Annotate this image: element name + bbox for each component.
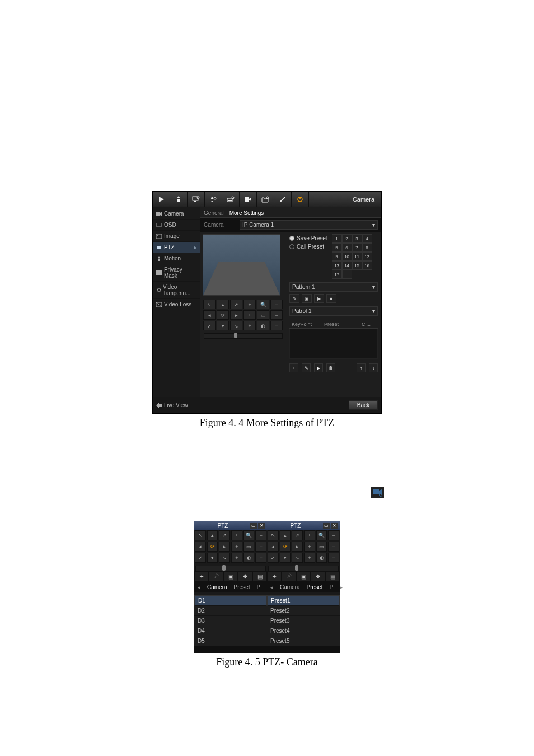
tools-icon[interactable] (274, 192, 292, 207)
wiper-icon[interactable]: ☄ (282, 571, 296, 582)
sidebar-item-ptz[interactable]: PTZ▸ (153, 242, 200, 253)
ptz-left[interactable]: ◂ (203, 310, 216, 320)
preset-11[interactable]: 11 (352, 252, 362, 261)
camera-select[interactable]: IP Camera 1 ▾ (240, 220, 378, 230)
centre-icon[interactable]: ✥ (311, 571, 325, 582)
light-icon[interactable]: ✦ (267, 571, 282, 582)
ptz-down-right[interactable]: ↘ (230, 321, 242, 330)
centre-icon[interactable]: ✥ (238, 571, 252, 582)
ptz-control-icon[interactable] (371, 487, 384, 498)
ptz-down[interactable]: ▾ (207, 553, 218, 563)
ptz-up-right[interactable]: ↗ (230, 300, 242, 309)
iris-in[interactable]: + (243, 321, 256, 330)
focus-in[interactable]: + (243, 310, 256, 320)
preset-10[interactable]: 10 (342, 252, 352, 261)
ptz-up-right[interactable]: ↗ (219, 530, 230, 540)
folder-gear-icon[interactable] (257, 192, 274, 207)
tab-camera[interactable]: Camera (204, 584, 231, 590)
ptz-left[interactable]: ◂ (268, 542, 279, 552)
list-item[interactable]: D4 (194, 626, 267, 636)
live-view-label[interactable]: Live View (164, 402, 188, 408)
patrol-select[interactable]: Patrol 1▾ (289, 306, 378, 316)
preset-more[interactable]: ... (342, 270, 352, 279)
preset-4[interactable]: 4 (362, 234, 372, 243)
list-item[interactable]: Preset3 (267, 616, 340, 626)
sidebar-item-osd[interactable]: OSD (153, 220, 200, 231)
sidebar-item-privacy[interactable]: Privacy Mask (153, 264, 200, 282)
menu-icon[interactable]: ▤ (325, 571, 340, 582)
list-item[interactable]: D2 (194, 606, 267, 616)
pattern-play-icon[interactable]: ▶ (314, 294, 324, 303)
hdd-gear-icon[interactable] (222, 192, 240, 207)
image-icon[interactable]: ▣ (296, 571, 311, 582)
list-item[interactable]: D3 (194, 616, 267, 626)
preset-12[interactable]: 12 (362, 252, 372, 261)
list-item[interactable]: Preset2 (267, 606, 340, 616)
zoom-in[interactable]: + (231, 530, 242, 540)
ptz-down-right[interactable]: ↘ (219, 553, 230, 563)
preset-7[interactable]: 7 (352, 243, 362, 252)
sidebar-item-videoloss[interactable]: Video Loss (153, 299, 200, 310)
iris-in[interactable]: + (231, 553, 242, 563)
tab-next-icon[interactable]: ▸ (336, 584, 346, 590)
iris-in[interactable]: + (304, 553, 315, 563)
close-icon[interactable]: ✕ (258, 523, 265, 529)
tab-camera[interactable]: Camera (277, 584, 303, 590)
focus-out[interactable]: − (255, 542, 266, 552)
zoom-in[interactable]: + (243, 300, 256, 309)
ptz-up-right[interactable]: ↗ (292, 530, 303, 540)
pattern-select[interactable]: Pattern 1▾ (289, 282, 378, 292)
list-item[interactable]: D1 (194, 595, 267, 606)
ptz-down-right[interactable]: ↘ (292, 553, 303, 563)
zoom-out[interactable]: − (328, 530, 339, 540)
preset-16[interactable]: 16 (362, 261, 372, 270)
tab-preset[interactable]: Preset (231, 584, 254, 590)
sidebar-item-tamper[interactable]: Video Tamperin... (153, 282, 200, 299)
power-icon[interactable] (292, 192, 309, 207)
ptz-down-left[interactable]: ↙ (203, 321, 216, 330)
minimize-icon[interactable]: ▭ (250, 523, 257, 529)
menu-icon[interactable]: ▤ (252, 571, 267, 582)
preset-5[interactable]: 5 (332, 243, 342, 252)
sidebar-item-image[interactable]: Image (153, 231, 200, 242)
tab-prev-icon[interactable]: ◂ (194, 584, 204, 590)
ptz-up[interactable]: ▴ (207, 530, 218, 540)
ptz-auto[interactable]: ⟳ (217, 310, 229, 320)
list-item[interactable]: Preset4 (267, 626, 340, 636)
ptz-up-left[interactable]: ↖ (268, 530, 279, 540)
preset-8[interactable]: 8 (362, 243, 372, 252)
export-icon[interactable] (170, 192, 188, 207)
tab-general[interactable]: General (204, 209, 224, 217)
ptz-down[interactable]: ▾ (217, 321, 229, 330)
monitor-icon[interactable] (188, 192, 205, 207)
preset-2[interactable]: 2 (342, 234, 352, 243)
patrol-add-icon[interactable]: + (289, 363, 298, 372)
preset-17[interactable]: 17 (332, 270, 342, 279)
patrol-edit-icon[interactable]: ✎ (302, 363, 311, 372)
move-up-icon[interactable]: ↑ (357, 363, 366, 372)
ptz-up-left[interactable]: ↖ (203, 300, 216, 309)
patrol-play-icon[interactable]: ▶ (314, 363, 323, 372)
focus-in[interactable]: + (304, 542, 315, 552)
user-gear-icon[interactable] (205, 192, 222, 207)
preset-9[interactable]: 9 (332, 252, 342, 261)
ptz-up[interactable]: ▴ (217, 300, 229, 309)
ptz-left[interactable]: ◂ (195, 542, 206, 552)
sidebar-item-motion[interactable]: Motion (153, 253, 200, 264)
ptz-down[interactable]: ▾ (280, 553, 291, 563)
pattern-stop-icon[interactable]: ■ (326, 294, 336, 303)
focus-in[interactable]: + (231, 542, 242, 552)
tab-preset[interactable]: Preset (303, 584, 326, 590)
iris-out[interactable]: − (328, 553, 339, 563)
save-preset-radio[interactable]: Save Preset (289, 234, 327, 242)
image-icon[interactable]: ▣ (223, 571, 238, 582)
back-button[interactable]: Back (349, 400, 378, 410)
pattern-save-icon[interactable]: ▣ (302, 294, 312, 303)
record-icon[interactable] (240, 192, 257, 207)
ptz-auto[interactable]: ⟳ (207, 542, 218, 552)
light-icon[interactable]: ✦ (194, 571, 209, 582)
tab-prev-icon[interactable]: ◂ (267, 584, 277, 590)
minimize-icon[interactable]: ▭ (323, 523, 330, 529)
sidebar-item-camera[interactable]: Camera (153, 208, 200, 220)
preset-3[interactable]: 3 (352, 234, 362, 243)
